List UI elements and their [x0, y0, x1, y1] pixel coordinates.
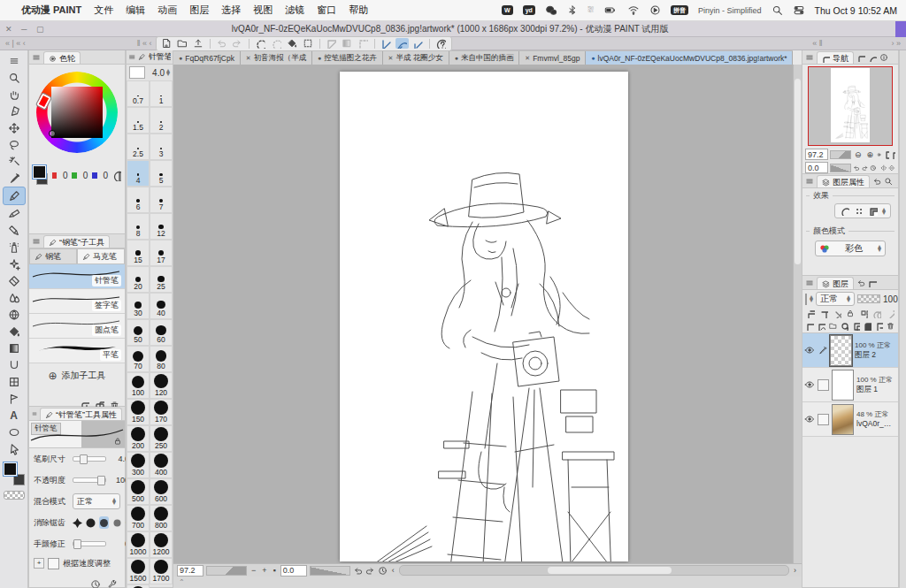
- draft-layer-icon[interactable]: [833, 309, 841, 318]
- brush-size-cell[interactable]: 50: [127, 319, 150, 346]
- navigator-print-size-icon[interactable]: [891, 150, 895, 159]
- flip-vertical-icon[interactable]: [887, 164, 896, 172]
- color-mode-toggle-icon[interactable]: [112, 170, 121, 181]
- snap-grid-button[interactable]: [411, 38, 425, 49]
- document-tab[interactable]: ✕半成 花圈少女: [383, 51, 449, 65]
- rotate-right-icon[interactable]: [365, 566, 375, 576]
- expression-color-dropdown[interactable]: 彩色 ▴▾: [815, 241, 886, 256]
- foreground-color-swatch[interactable]: [4, 462, 17, 476]
- tab-information-icon[interactable]: [879, 53, 888, 62]
- brush-size-cell[interactable]: 25: [150, 266, 173, 293]
- clip-to-layer-icon[interactable]: [806, 309, 815, 318]
- brush-size-cell[interactable]: 60: [150, 319, 173, 346]
- input-method-icon[interactable]: 拼音: [671, 5, 688, 15]
- reference-layer-icon[interactable]: [819, 309, 828, 318]
- brush-size-cell[interactable]: 1: [150, 80, 173, 107]
- control-center-icon[interactable]: [793, 4, 805, 16]
- eyedropper-tool[interactable]: [4, 170, 25, 187]
- delete-layer-icon[interactable]: [887, 321, 894, 331]
- pen-tool[interactable]: [3, 187, 26, 205]
- brush-size-slider[interactable]: [73, 456, 106, 462]
- menu-file[interactable]: 文件: [94, 4, 113, 17]
- zoom-out-button[interactable]: −: [250, 566, 257, 575]
- panel-menu-icon[interactable]: [128, 53, 135, 61]
- crop-button[interactable]: [302, 38, 315, 49]
- palette-color-chip[interactable]: [805, 294, 807, 305]
- effect-border-icon[interactable]: [840, 206, 849, 216]
- lock-icon[interactable]: [113, 437, 122, 446]
- menu-view[interactable]: 视图: [253, 4, 273, 17]
- brush-size-cell[interactable]: 80: [150, 346, 173, 372]
- brush-size-cell[interactable]: 8: [127, 213, 150, 240]
- create-mask-icon[interactable]: [864, 321, 871, 331]
- navigator-rotate-left-icon[interactable]: [853, 164, 860, 172]
- hand-tool[interactable]: [4, 86, 25, 103]
- document-tab[interactable]: ✕Fmvmvl_85gp: [519, 51, 586, 65]
- document-tab-active[interactable]: ●lvQA0r_NF-0zEQeKaUocMwDVUCp8_0836.jpg!a…: [586, 51, 793, 65]
- expand-right-icon[interactable]: › »: [889, 39, 902, 48]
- lock-layer-icon[interactable]: [846, 309, 855, 318]
- new-vector-layer-icon[interactable]: [818, 321, 825, 331]
- canvas-viewport[interactable]: [173, 65, 793, 563]
- brush-tool[interactable]: [4, 222, 25, 239]
- layer-name[interactable]: lvQA0r_NF-0zEQ: [856, 419, 896, 428]
- airbrush-tool[interactable]: [4, 239, 25, 256]
- object-tool[interactable]: [4, 103, 25, 119]
- tool-palette-menu-icon[interactable]: [4, 52, 25, 69]
- brush-size-cell[interactable]: 3: [150, 134, 173, 160]
- navigator-actual-size-icon[interactable]: [885, 150, 889, 159]
- navigator-fit-icon[interactable]: [877, 150, 881, 159]
- fill-button[interactable]: [286, 38, 299, 49]
- brush-size-cell[interactable]: 200: [127, 425, 150, 452]
- panel-fg-swatch[interactable]: [33, 165, 46, 179]
- help-button[interactable]: [434, 38, 448, 49]
- snap-ruler-button[interactable]: [380, 38, 393, 49]
- window-controls[interactable]: ✕ ─ ▢: [5, 25, 47, 34]
- screen-mirroring-icon[interactable]: [649, 4, 661, 16]
- menu-filter[interactable]: 滤镜: [285, 4, 304, 17]
- tab-layer-comp-icon[interactable]: [856, 279, 865, 287]
- effect-stepper[interactable]: ▴▾: [882, 208, 886, 215]
- brush-size-cell[interactable]: 1700: [150, 558, 173, 584]
- fill-tool[interactable]: [4, 323, 25, 340]
- zoom-in-button[interactable]: +: [260, 566, 268, 575]
- brush-size-cell[interactable]: 20: [127, 266, 150, 293]
- brush-size-cell[interactable]: 0.7: [127, 80, 150, 107]
- layer-visibility-icon[interactable]: [804, 414, 815, 424]
- layer-thumbnail[interactable]: [830, 335, 852, 366]
- brush-size-cell[interactable]: 12: [150, 213, 173, 240]
- navigator-zoom-in[interactable]: ⊕: [865, 150, 876, 159]
- document-tab[interactable]: ✕初音海报（半成: [241, 51, 312, 65]
- collapse-left2-icon[interactable]: ‖ « ‹: [135, 39, 154, 48]
- zoom-field[interactable]: 97.2: [177, 565, 203, 577]
- main-color-swatches[interactable]: [4, 462, 25, 485]
- lock-alpha-icon[interactable]: [859, 309, 868, 318]
- panel-menu-icon[interactable]: [805, 177, 814, 186]
- tab-close-icon[interactable]: ✕: [246, 55, 251, 62]
- brush-size-cell[interactable]: 70: [127, 346, 150, 372]
- menu-bar-clock[interactable]: Thu Oct 9 10:52 AM: [815, 5, 897, 16]
- saturation-value-square[interactable]: [51, 87, 103, 138]
- palette-color-stepper[interactable]: ▴▾: [810, 295, 813, 302]
- layer-opacity-value[interactable]: 100: [883, 294, 898, 304]
- layer-blend-dropdown[interactable]: 正常 ▴▾: [816, 292, 855, 306]
- speed-adjust-checkbox[interactable]: [48, 558, 59, 569]
- spotlight-icon[interactable]: [772, 4, 783, 16]
- export-button[interactable]: [192, 38, 205, 49]
- navigator-reset-icon[interactable]: [870, 164, 877, 172]
- tab-close-icon[interactable]: ✕: [388, 55, 394, 62]
- aa-medium-button[interactable]: [99, 516, 109, 529]
- brush-size-cell[interactable]: 600: [150, 478, 173, 505]
- panel-color-swatches[interactable]: [33, 165, 48, 185]
- tab-tool-property[interactable]: “针管笔”工具属性: [40, 408, 122, 421]
- deselect-button[interactable]: [254, 38, 267, 49]
- disabled-tool-button[interactable]: [341, 38, 354, 49]
- canvas-page[interactable]: [340, 72, 628, 561]
- reset-history-icon[interactable]: [90, 579, 101, 588]
- liquify-tool[interactable]: [4, 356, 25, 373]
- navigator-preview[interactable]: [808, 66, 893, 146]
- collapse-left-icon[interactable]: « | « ‹: [4, 39, 27, 48]
- canvas-vertical-scrollbar[interactable]: [793, 65, 802, 563]
- snap-special-ruler-button[interactable]: [395, 38, 409, 49]
- zoom-slider[interactable]: [206, 566, 247, 576]
